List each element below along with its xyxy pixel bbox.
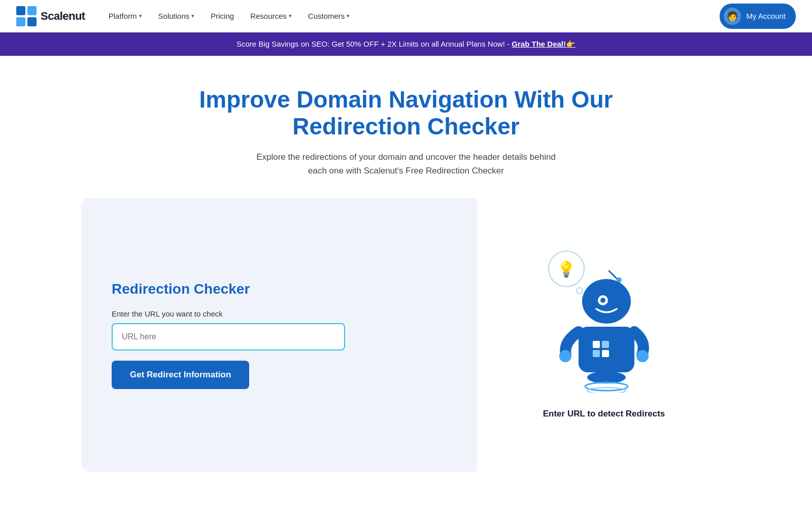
promo-cta-link[interactable]: Grab The Deal!👉 <box>512 40 576 48</box>
tool-title: Redirection Checker <box>112 281 447 297</box>
robot-body-svg <box>558 266 660 393</box>
svg-point-15 <box>636 350 649 362</box>
svg-rect-2 <box>16 17 25 26</box>
navbar: Scalenut Platform ▾ Solutions ▾ Pricing … <box>0 0 812 32</box>
promo-banner: Score Big Savings on SEO: Get 50% OFF + … <box>0 32 812 56</box>
hero-subtitle: Explore the redirections of your domain … <box>249 150 563 178</box>
nav-item-pricing[interactable]: Pricing <box>204 8 241 24</box>
svg-rect-10 <box>593 341 600 348</box>
svg-rect-1 <box>27 6 37 15</box>
svg-rect-12 <box>593 350 600 357</box>
svg-point-14 <box>559 350 571 362</box>
svg-rect-0 <box>16 6 25 15</box>
chevron-down-icon: ▾ <box>289 13 292 19</box>
hero-section: Improve Domain Navigation With Our Redir… <box>0 56 812 198</box>
chevron-down-icon: ▾ <box>191 13 194 19</box>
svg-rect-3 <box>27 17 37 26</box>
avatar: 🧑 <box>724 8 741 25</box>
svg-point-8 <box>600 298 605 303</box>
nav-item-platform[interactable]: Platform ▾ <box>101 8 149 24</box>
svg-rect-11 <box>602 341 609 348</box>
robot-caption: Enter URL to detect Redirects <box>543 409 665 419</box>
robot-illustration: 💡 <box>543 251 665 419</box>
svg-rect-13 <box>602 350 609 357</box>
tool-card: Redirection Checker Enter the URL you wa… <box>81 198 731 472</box>
nav-right: 🧑 My Account <box>720 4 796 29</box>
nav-item-customers[interactable]: Customers ▾ <box>301 8 357 24</box>
nav-item-resources[interactable]: Resources ▾ <box>243 8 299 24</box>
get-redirect-button[interactable]: Get Redirect Information <box>112 361 249 389</box>
nav-item-solutions[interactable]: Solutions ▾ <box>151 8 202 24</box>
logo-text: Scalenut <box>41 10 85 23</box>
nav-links: Platform ▾ Solutions ▾ Pricing Resources… <box>101 8 357 24</box>
tool-illustration-panel: 💡 <box>477 198 731 472</box>
robot-svg-wrap: 💡 <box>548 251 660 393</box>
my-account-button[interactable]: 🧑 My Account <box>720 4 796 29</box>
logo-icon <box>16 6 37 26</box>
chevron-down-icon: ▾ <box>347 13 350 19</box>
url-input-label: Enter the URL you want to check <box>112 309 447 318</box>
page-title: Improve Domain Navigation With Our Redir… <box>178 86 634 140</box>
svg-point-16 <box>587 371 626 383</box>
tool-form-panel: Redirection Checker Enter the URL you wa… <box>81 198 477 472</box>
chevron-down-icon: ▾ <box>139 13 142 19</box>
tool-section: Redirection Checker Enter the URL you wa… <box>61 198 751 472</box>
svg-point-17 <box>585 382 628 391</box>
nav-left: Scalenut Platform ▾ Solutions ▾ Pricing … <box>16 6 357 26</box>
url-input[interactable] <box>112 323 345 351</box>
svg-rect-9 <box>579 327 634 372</box>
